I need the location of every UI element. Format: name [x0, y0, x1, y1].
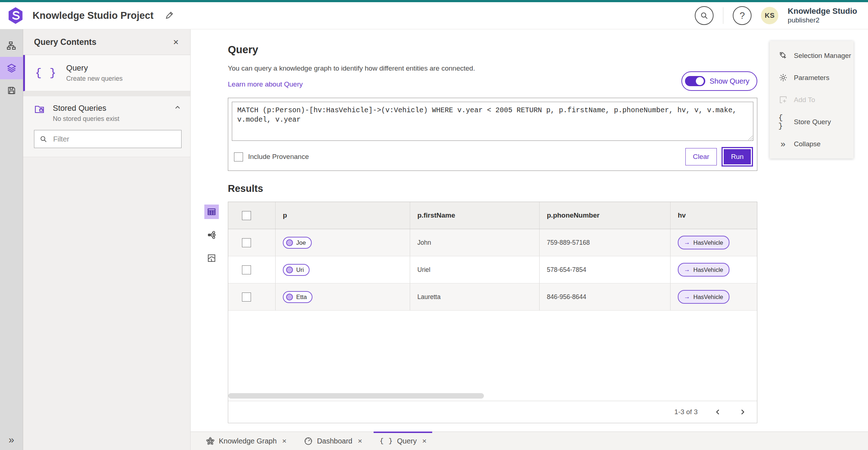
results-area: p p.firstName p.phoneNumber hv: [228, 202, 757, 423]
gear-icon: [778, 73, 788, 82]
show-query-label: Show Query: [710, 77, 749, 85]
table-row[interactable]: Etta Lauretta 846-956-8644 → HasVehicle: [228, 283, 757, 311]
rail-item-save[interactable]: [0, 79, 23, 102]
main-area: Query You can query a knowledge graph to…: [191, 29, 868, 450]
rail-item-data-model[interactable]: [0, 34, 23, 57]
double-chevron-right-icon: »: [9, 434, 14, 445]
column-header-p[interactable]: p: [275, 202, 410, 229]
search-icon: [700, 11, 709, 20]
app-logo-icon: [7, 7, 24, 25]
edit-title-button[interactable]: [164, 10, 174, 21]
search-button[interactable]: [695, 6, 714, 25]
horizontal-scrollbar[interactable]: [228, 393, 484, 399]
stored-queries-section: Stored Queries No stored queries exist: [23, 96, 190, 157]
stored-queries-header[interactable]: Stored Queries No stored queries exist: [34, 104, 182, 123]
cell-firstname: Lauretta: [410, 283, 539, 310]
header-divider: [723, 7, 723, 24]
workspace: » Query Contents × { } Query Create new …: [0, 29, 868, 450]
table-row[interactable]: Uri Uriel 578-654-7854 → HasVehicle: [228, 256, 757, 283]
relationship-pill[interactable]: → HasVehicle: [678, 290, 729, 304]
stored-queries-title: Stored Queries: [53, 104, 119, 113]
entity-pill[interactable]: Joe: [283, 237, 312, 249]
filter-input[interactable]: [52, 135, 176, 144]
question-mark-icon: ?: [740, 10, 745, 21]
parameters-label: Parameters: [794, 74, 829, 82]
query-item-text: Query Create new queries: [66, 63, 123, 83]
column-header-firstname[interactable]: p.firstName: [410, 202, 539, 229]
pagination-range: 1-3 of 3: [675, 408, 698, 416]
column-header-hv[interactable]: hv: [670, 202, 757, 229]
panel-section-gap: [23, 91, 190, 96]
query-actions-row: Include Provenance Clear Run: [228, 144, 757, 171]
tab-dashboard[interactable]: Dashboard ×: [295, 432, 371, 450]
avatar[interactable]: KS: [761, 7, 778, 24]
row-checkbox[interactable]: [242, 265, 251, 274]
tab-label: Dashboard: [317, 437, 352, 445]
row-checkbox[interactable]: [242, 238, 251, 247]
show-query-toggle[interactable]: Show Query: [681, 71, 757, 91]
cell-phonenumber: 846-956-8644: [539, 283, 670, 310]
entity-pill[interactable]: Etta: [283, 291, 312, 303]
view-link-chart-button[interactable]: [204, 228, 219, 242]
previous-page-button[interactable]: [714, 408, 722, 416]
user-identity: Knowledge Studio publisher2: [788, 7, 857, 24]
view-map-button[interactable]: [204, 251, 219, 265]
rail-item-layers[interactable]: [0, 57, 23, 79]
bottom-tab-bar: Knowledge Graph × Dashboard × { } Query …: [191, 432, 868, 450]
add-to-label: Add To: [794, 96, 815, 104]
select-all-checkbox[interactable]: [242, 211, 251, 220]
query-text-input[interactable]: MATCH (p:Person)-[hv:HasVehicle]->(v:Veh…: [232, 102, 753, 141]
results-title: Results: [228, 183, 757, 194]
run-button[interactable]: Run: [723, 148, 752, 165]
next-page-button[interactable]: [738, 408, 747, 416]
data-model-icon: [7, 41, 16, 51]
page-title: Query: [228, 44, 757, 56]
chevron-left-icon: [714, 408, 722, 416]
layers-icon: [7, 63, 17, 73]
parameters-button[interactable]: Parameters: [770, 67, 854, 89]
close-icon[interactable]: ×: [422, 437, 426, 445]
expand-rail-button[interactable]: »: [0, 434, 23, 446]
entity-pill[interactable]: Uri: [283, 264, 310, 276]
learn-more-link[interactable]: Learn more about Query: [228, 80, 303, 88]
results-view-toolbar: [204, 205, 219, 265]
store-query-button[interactable]: { } Store Query: [770, 111, 854, 133]
column-header-phonenumber[interactable]: p.phoneNumber: [539, 202, 670, 229]
clear-button[interactable]: Clear: [685, 148, 717, 165]
knowledge-graph-icon: [206, 437, 215, 446]
chevron-up-icon[interactable]: [174, 104, 182, 112]
relationship-pill[interactable]: → HasVehicle: [678, 263, 729, 277]
include-provenance-checkbox[interactable]: [234, 152, 243, 161]
help-button[interactable]: ?: [733, 6, 752, 25]
collapse-panel-button[interactable]: » Collapse: [770, 133, 854, 155]
close-panel-button[interactable]: ×: [171, 37, 181, 47]
show-query-toggle-wrap: Show Query: [681, 71, 757, 91]
arrow-right-icon: →: [684, 239, 690, 246]
pencil-icon: [164, 10, 174, 21]
close-icon[interactable]: ×: [282, 437, 286, 445]
relationship-pill[interactable]: → HasVehicle: [678, 236, 729, 249]
top-bar: Knowledge Studio Project ? KS: [0, 2, 868, 29]
tab-query[interactable]: { } Query ×: [371, 432, 435, 450]
close-icon[interactable]: ×: [358, 437, 362, 445]
entity-node-icon: [286, 239, 293, 246]
row-checkbox[interactable]: [242, 293, 251, 302]
left-rail: »: [0, 29, 23, 450]
braces-icon: { }: [35, 67, 57, 79]
double-chevron-right-icon: »: [778, 140, 788, 148]
entity-node-icon: [286, 294, 293, 300]
entity-label: Joe: [296, 239, 306, 246]
table-row[interactable]: Joe John 759-889-57168 → HasVehicle: [228, 229, 757, 256]
select-all-cell: [228, 202, 275, 229]
link-chart-icon: [207, 230, 216, 240]
toggle-switch-icon: [685, 76, 705, 86]
arrow-right-icon: →: [684, 266, 690, 273]
selection-manager-label: Selection Manager: [794, 52, 851, 60]
selection-manager-button[interactable]: Selection Manager: [770, 45, 854, 67]
filter-field[interactable]: [34, 130, 182, 148]
view-table-button[interactable]: [204, 205, 219, 219]
sidebar-item-query[interactable]: { } Query Create new queries: [23, 55, 190, 91]
relationship-label: HasVehicle: [693, 294, 723, 300]
tab-label: Query: [397, 437, 417, 445]
tab-knowledge-graph[interactable]: Knowledge Graph ×: [197, 432, 295, 450]
